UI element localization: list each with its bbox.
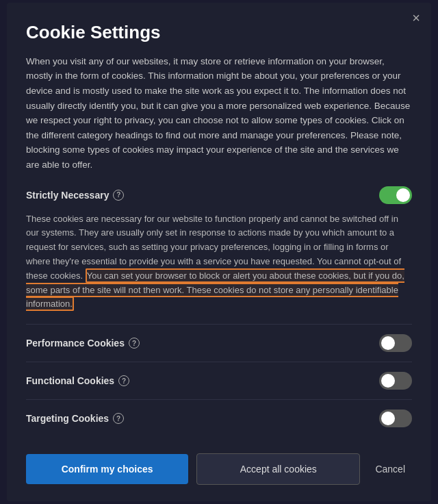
accept-all-cookies-button[interactable]: Accept all cookies [196,453,360,485]
strictly-necessary-description: These cookies are necessary for our webs… [26,212,412,312]
targeting-cookies-toggle[interactable] [379,410,412,427]
performance-cookies-toggle[interactable] [379,334,412,352]
targeting-cookies-title: Targeting Cookies ? [26,413,124,424]
targeting-cookies-help-icon[interactable]: ? [113,413,124,424]
functional-cookies-row: Functional Cookies ? [26,362,412,399]
functional-cookies-toggle[interactable] [379,372,412,390]
targeting-cookies-row: Targeting Cookies ? [26,399,412,437]
strictly-necessary-header: Strictly Necessary ? [26,186,412,204]
strictly-necessary-title: Strictly Necessary ? [26,190,124,201]
cookie-settings-dialog: × Cookie Settings When you visit any of … [7,3,431,501]
functional-cookies-help-icon[interactable]: ? [118,375,129,386]
functional-cookies-title: Functional Cookies ? [26,375,129,386]
strictly-necessary-help-icon[interactable]: ? [113,190,124,201]
button-row: Confirm my choices Accept all cookies Ca… [26,453,412,485]
intro-text: When you visit any of our websites, it m… [26,54,412,173]
performance-cookies-help-icon[interactable]: ? [129,338,140,349]
close-button[interactable]: × [412,11,420,25]
performance-cookies-row: Performance Cookies ? [26,324,412,362]
cancel-button[interactable]: Cancel [368,454,412,484]
dialog-title: Cookie Settings [26,22,412,43]
confirm-my-choices-button[interactable]: Confirm my choices [26,454,188,484]
strictly-necessary-toggle[interactable] [379,186,412,204]
performance-cookies-title: Performance Cookies ? [26,338,140,349]
